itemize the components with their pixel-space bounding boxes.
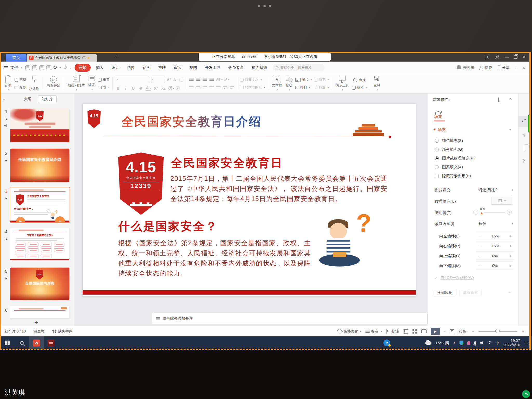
tab-outline[interactable]: 大纲: [20, 96, 35, 103]
undo-icon[interactable]: [54, 66, 57, 69]
to-smartart-button[interactable]: 转智能图形: [240, 85, 265, 90]
redo-icon[interactable]: [64, 66, 67, 69]
char-spacing-button[interactable]: AB: [216, 78, 221, 81]
transparency-slider-handle[interactable]: [480, 211, 483, 214]
transparency-minus-button[interactable]: −: [473, 210, 478, 215]
slide-thumbnail-4[interactable]: 国家安全包括哪些方面?: [10, 228, 69, 260]
add-slide-button[interactable]: +: [34, 318, 38, 326]
text-direction-button[interactable]: ↓A: [224, 78, 229, 81]
slide-heading-2[interactable]: 什么是国家安全？: [118, 219, 218, 234]
panel-more-icon[interactable]: •••: [508, 290, 512, 294]
highlight-button[interactable]: [176, 86, 179, 90]
zoom-out-button[interactable]: −: [472, 329, 474, 334]
undo-caret-icon[interactable]: ▾: [59, 66, 61, 69]
sync-status[interactable]: 未同步: [457, 65, 474, 70]
quick-tools-icon[interactable]: [521, 106, 527, 111]
shield-415-graphic[interactable]: 4.15 全民国家安全教育日 12339: [114, 151, 168, 216]
preview-icon[interactable]: [46, 65, 51, 70]
placement-dropdown[interactable]: 拉伸▾: [478, 221, 513, 226]
panel-close-icon[interactable]: ×: [509, 96, 512, 102]
tab-slides[interactable]: 幻灯片: [38, 95, 57, 103]
fill-tab-label[interactable]: 填充: [434, 114, 442, 119]
sorter-view-icon[interactable]: [413, 329, 417, 334]
font-name-box[interactable]: [116, 77, 150, 83]
distribute-button[interactable]: [216, 87, 221, 90]
annotate-icon[interactable]: [521, 171, 527, 177]
decrease-indent-button[interactable]: [203, 78, 207, 81]
replace-button[interactable]: 替换: [352, 85, 367, 90]
superscript-button[interactable]: X²: [153, 86, 158, 90]
offset-up-stepper[interactable]: −0%+: [476, 251, 514, 260]
textbox-button[interactable]: A文本框: [270, 75, 284, 92]
transparency-slider-track[interactable]: [484, 212, 506, 212]
slideshow-play-button[interactable]: ▶: [431, 328, 440, 335]
fill-section-caret-icon[interactable]: ▾: [509, 128, 511, 131]
align-center-button[interactable]: [196, 87, 200, 90]
arrange-button[interactable]: 排列: [295, 85, 312, 90]
collaborate-button[interactable]: 协作: [479, 65, 492, 70]
weather-text[interactable]: 15°C 阴: [435, 341, 449, 345]
more-menu-icon[interactable]: ⋮: [514, 66, 518, 70]
clock[interactable]: 19:07 2022/4/16: [503, 338, 520, 347]
network-icon[interactable]: [487, 341, 491, 344]
picture-fill-dropdown[interactable]: 请选择图片▾: [478, 188, 513, 192]
tab-animation[interactable]: 动画: [140, 64, 153, 71]
taskbar-search-button[interactable]: [15, 336, 29, 349]
zoom-slider-handle[interactable]: [495, 329, 500, 333]
print-icon[interactable]: [39, 65, 44, 70]
find-button[interactable]: 查找: [352, 77, 367, 83]
fit-to-window-icon[interactable]: [450, 329, 454, 333]
paste-button[interactable]: 粘贴: [3, 75, 14, 92]
command-search-box[interactable]: 查找命令、搜索模板: [272, 64, 324, 71]
share-button[interactable]: 分享: [497, 65, 509, 70]
tray-expand-icon[interactable]: ∧: [453, 341, 456, 345]
speaker-icon[interactable]: [480, 341, 483, 344]
tab-home-ribbon[interactable]: 开始: [75, 64, 91, 72]
tab-view[interactable]: 视图: [187, 64, 200, 71]
thumb3-add-button[interactable]: +: [55, 216, 65, 222]
current-slide[interactable]: 4.15 全民国家安全教育日介绍 4.15 全民国家安全教育日: [83, 104, 416, 296]
tab-insert[interactable]: 插入: [93, 64, 106, 71]
meeting-audio-indicator[interactable]: [522, 390, 530, 398]
italic-button[interactable]: I: [123, 86, 128, 90]
decrease-font-icon[interactable]: A⁻: [173, 77, 178, 82]
hamburger-icon[interactable]: [4, 66, 8, 69]
minimize-button[interactable]: —: [504, 55, 509, 60]
tab-member[interactable]: 会员专享: [226, 64, 247, 71]
play-options-caret-icon[interactable]: ▾: [444, 330, 446, 333]
strikethrough-button[interactable]: S: [138, 86, 143, 90]
rotate-with-shape-option[interactable]: ✓ 与形状一起旋转(W): [435, 275, 474, 280]
increase-indent-button[interactable]: [209, 78, 214, 81]
security-shield-icon[interactable]: [459, 341, 463, 345]
outline-button[interactable]: 轮廓: [314, 85, 329, 90]
presentation-tools-button[interactable]: 演示工具: [334, 75, 351, 92]
taskbar-document-app[interactable]: [44, 336, 58, 349]
help-tray-icon[interactable]: ?: [383, 340, 390, 346]
reset-button[interactable]: 重置: [98, 77, 110, 82]
new-tab-button[interactable]: +: [115, 54, 119, 60]
numbering-button[interactable]: [196, 78, 200, 81]
slide-paragraph-2[interactable]: 根据《国家安全法》第2条规定，国家安全是指国家、政权、主权、统一和领土完整、人民…: [118, 238, 311, 278]
ime-indicator[interactable]: 中: [495, 341, 499, 345]
fill-section-header[interactable]: 填充: [434, 127, 446, 132]
tray-person-icon[interactable]: [467, 341, 470, 345]
option-solid-fill[interactable]: 纯色填充(S): [435, 138, 463, 143]
restore-button[interactable]: [514, 55, 517, 59]
clear-format-icon[interactable]: [179, 78, 183, 82]
pinyin-button[interactable]: 拼: [168, 86, 174, 91]
selection-pane-icon[interactable]: [521, 145, 527, 151]
font-size-box[interactable]: [151, 77, 165, 83]
tab-home[interactable]: 首页: [6, 54, 26, 62]
format-painter-button[interactable]: 格式刷: [27, 75, 41, 92]
slide-paragraph-1[interactable]: 2015年7月1日，第十二届全国人民代表大会常务委员会第十五次会议通过了《中华人…: [170, 174, 388, 204]
screen-share-banner[interactable]: 正在分享屏幕 00:03:59 李小雨3#521...等33人正在观看: [199, 53, 331, 61]
save-icon[interactable]: [25, 65, 30, 70]
window-count-badge[interactable]: 1: [485, 55, 490, 59]
layout-button[interactable]: 版式: [87, 75, 97, 92]
zoom-in-button[interactable]: +: [522, 329, 524, 334]
protect-shield-icon[interactable]: [521, 184, 527, 189]
slide-heading-1[interactable]: 全民国家安全教育日: [171, 155, 283, 171]
fill-button[interactable]: 填充: [314, 77, 329, 82]
option-gradient-fill[interactable]: 渐变填充(G): [435, 147, 463, 152]
shapes-button[interactable]: 形状: [284, 75, 294, 92]
